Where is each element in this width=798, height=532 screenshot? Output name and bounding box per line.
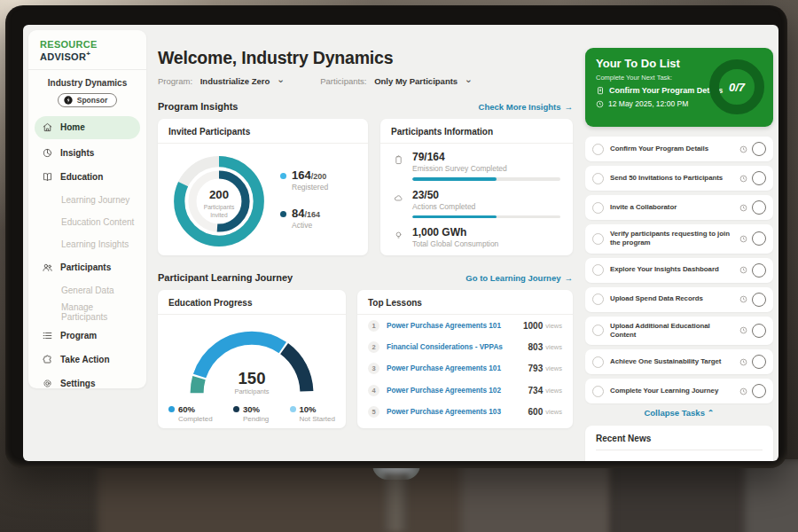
lesson-title-link[interactable]: Power Purchase Agreements 101 xyxy=(387,364,501,372)
participants-filter[interactable]: Participants: Only My Participants ⌄ xyxy=(320,76,473,86)
lesson-title-link[interactable]: Power Purchase Agreements 102 xyxy=(387,387,501,395)
sidebar-item[interactable]: Insights xyxy=(28,141,146,165)
recent-news-card: Recent News xyxy=(585,426,773,461)
task-checkbox[interactable] xyxy=(592,144,604,155)
lesson-title-link[interactable]: Power Purchase Agreements 101 xyxy=(387,322,501,330)
chevron-right-icon[interactable] xyxy=(752,384,766,398)
collapse-tasks-link[interactable]: Collapse Tasks ⌃ xyxy=(585,408,773,418)
lesson-rank: 1 xyxy=(368,320,379,332)
check-more-insights-link[interactable]: Check More Insights→ xyxy=(479,102,573,112)
chevron-right-icon[interactable] xyxy=(752,263,766,278)
logo-secondary: ADVISOR xyxy=(40,51,86,62)
lesson-views: 734 xyxy=(528,386,544,395)
task-row[interactable]: Complete Your Learning Journey xyxy=(585,379,773,403)
insights-icon xyxy=(42,147,53,159)
svg-text:Participants: Participants xyxy=(204,204,235,211)
chevron-right-icon[interactable] xyxy=(752,142,766,156)
task-list: Confirm Your Program Details Send 50 Inv… xyxy=(585,137,773,403)
sidebar-item[interactable]: Education xyxy=(28,165,146,189)
sidebar-item[interactable]: Take Action xyxy=(28,348,146,372)
task-row[interactable]: Achieve One Sustainability Target xyxy=(585,349,773,374)
legend-entry: 30% Pending xyxy=(233,404,269,423)
legend-dot xyxy=(290,406,296,412)
clipboard-icon xyxy=(393,151,405,181)
task-checkbox[interactable] xyxy=(592,293,604,305)
lesson-views: 803 xyxy=(528,342,544,352)
stat-value: 1,000 GWh xyxy=(412,226,560,239)
task-checkbox[interactable] xyxy=(592,264,604,276)
education-progress-heading: Education Progress xyxy=(158,290,346,315)
lesson-views: 793 xyxy=(528,364,544,373)
app-logo: RESOURCE ADVISOR+ xyxy=(28,30,146,70)
task-checkbox[interactable] xyxy=(592,325,604,336)
take-action-icon xyxy=(42,354,53,365)
lesson-rank: 2 xyxy=(368,341,379,353)
go-to-learning-journey-link[interactable]: Go to Learning Journey→ xyxy=(466,273,573,283)
program-filter-value: Industrialize Zero xyxy=(200,76,270,86)
sidebar-item[interactable]: Manage Participants xyxy=(28,301,146,324)
lesson-views: 1000 xyxy=(523,321,543,331)
filter-bar: Program: Industrialize Zero ⌄ Participan… xyxy=(158,76,573,86)
chevron-right-icon[interactable] xyxy=(752,231,766,246)
participant-stat: 1,000 GWh Total Global Consumption xyxy=(393,226,560,248)
task-row[interactable]: Upload Spend Data Records xyxy=(585,287,773,312)
task-checkbox[interactable] xyxy=(592,386,604,397)
lesson-views: 600 xyxy=(528,407,544,417)
task-row[interactable]: Upload Additional Educational Content xyxy=(585,317,773,346)
participants-icon xyxy=(42,262,53,273)
page-title: Welcome, Industry Dynamics xyxy=(158,48,573,68)
program-filter-label: Program: xyxy=(158,76,192,86)
sidebar-item[interactable]: Participants xyxy=(28,255,146,279)
chevron-right-icon[interactable] xyxy=(752,200,766,215)
sidebar-item-label: Home xyxy=(60,122,85,132)
legend-label: Registered xyxy=(292,183,328,192)
task-row[interactable]: Invite a Collaborator xyxy=(585,195,773,220)
recent-news-heading: Recent News xyxy=(596,434,763,450)
chevron-right-icon[interactable] xyxy=(752,293,766,307)
program-filter[interactable]: Program: Industrialize Zero ⌄ xyxy=(158,76,285,86)
task-checkbox[interactable] xyxy=(592,233,604,245)
lesson-views-suffix: views xyxy=(545,408,562,416)
invited-donut-chart: 200 Participants Invited xyxy=(168,151,270,252)
lesson-title-link[interactable]: Power Purchase Agreements 103 xyxy=(387,408,501,416)
svg-text:Participants: Participants xyxy=(234,387,269,395)
task-checkbox[interactable] xyxy=(592,173,604,184)
legend-entry: 84/164 Active xyxy=(280,207,328,230)
chevron-up-icon: ⌃ xyxy=(708,408,715,418)
task-row[interactable]: Explore Your Insights Dashboard xyxy=(585,258,773,283)
task-checkbox[interactable] xyxy=(592,202,604,214)
sidebar-item[interactable]: Learning Journey xyxy=(28,189,146,211)
lesson-title-link[interactable]: Financial Considerations - VPPAs xyxy=(387,343,503,351)
monitor-bezel: RESOURCE ADVISOR+ Industry Dynamics Spon… xyxy=(5,5,787,468)
sidebar-item[interactable]: Settings xyxy=(28,372,146,395)
stat-label: Total Global Consumption xyxy=(412,239,560,248)
sidebar-item[interactable]: Program xyxy=(28,324,146,348)
clock-icon xyxy=(739,266,747,274)
lesson-row: 5 Power Purchase Agreements 103 600 view… xyxy=(357,402,573,423)
task-checkbox[interactable] xyxy=(592,356,604,368)
chevron-right-icon[interactable] xyxy=(752,171,766,185)
task-row[interactable]: Verify participants requesting to join t… xyxy=(585,224,773,254)
sidebar-item[interactable]: General Data xyxy=(28,279,146,301)
task-label: Upload Spend Data Records xyxy=(610,294,736,303)
gauge-legend: 60% Completed 30% Pending 10% Not Starte… xyxy=(158,403,346,423)
task-row[interactable]: Confirm Your Program Details xyxy=(585,137,773,161)
sponsor-badge-label: Sponsor xyxy=(77,96,107,105)
top-lessons-heading: Top Lessons xyxy=(357,290,573,315)
legend-entry: 164/200 Registered xyxy=(280,168,328,192)
task-label: Send 50 Invitations to Participants xyxy=(610,174,736,183)
sidebar-item[interactable]: Home xyxy=(35,116,140,139)
sidebar-item-label: Program xyxy=(60,331,97,340)
sponsor-badge[interactable]: Sponsor xyxy=(58,93,117,107)
todo-next-task: Confirm Your Program Details xyxy=(609,86,723,95)
sidebar-item-label: Learning Journey xyxy=(61,195,129,205)
lesson-row: 4 Power Purchase Agreements 102 734 view… xyxy=(357,379,573,401)
sidebar-item[interactable]: Learning Insights xyxy=(28,233,146,255)
home-icon xyxy=(42,121,53,133)
task-row[interactable]: Send 50 Invitations to Participants xyxy=(585,166,773,191)
legend-dot xyxy=(168,406,175,412)
sidebar-item[interactable]: Education Content xyxy=(28,211,146,233)
chevron-right-icon[interactable] xyxy=(752,324,766,338)
chevron-right-icon[interactable] xyxy=(752,355,766,369)
legend-entry: 10% Not Started xyxy=(290,404,335,423)
